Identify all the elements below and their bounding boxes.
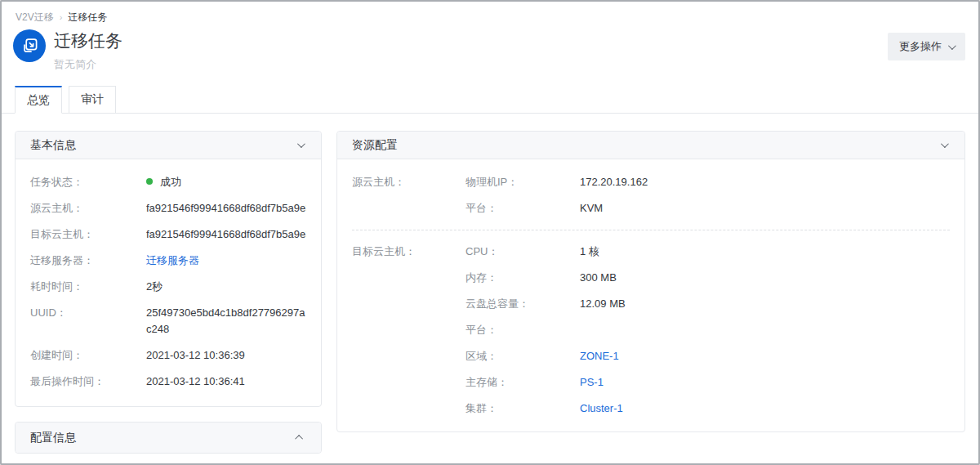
info-row: 最后操作时间：2021-03-12 10:36:41 xyxy=(30,373,306,390)
resource-group: 目标云主机：CPU：1 核内存：300 MB云盘总容量：12.09 MB平台：区… xyxy=(352,230,950,427)
chevron-up-icon xyxy=(295,435,303,443)
field-label: 云盘总容量： xyxy=(466,296,580,312)
panel-title: 基本信息 xyxy=(30,138,76,153)
status-dot xyxy=(146,178,153,185)
value-link[interactable]: PS-1 xyxy=(580,376,604,388)
tab-bar: 总览审计 xyxy=(2,86,978,114)
resource-group: 源云主机：物理机IP：172.20.19.162平台：KVM xyxy=(352,174,950,226)
field-value: 12.09 MB xyxy=(580,296,626,312)
left-column: 基本信息 任务状态：成功源云主机：fa921546f99941668df68df… xyxy=(15,131,322,454)
more-actions-label: 更多操作 xyxy=(899,39,942,54)
group-label: 目标云主机： xyxy=(352,244,466,427)
info-row: 平台： xyxy=(466,322,626,338)
info-row: 区域：ZONE-1 xyxy=(466,348,626,364)
field-label: 区域： xyxy=(466,348,580,364)
basic-info-panel: 基本信息 任务状态：成功源云主机：fa921546f99941668df68df… xyxy=(15,131,322,407)
migration-task-detail-page: V2V迁移›迁移任务 迁移任务 暂无简介 更多操作 总览审计 基本信息 xyxy=(0,0,980,465)
title-block: 迁移任务 暂无简介 xyxy=(54,29,122,72)
resource-config-body: 源云主机：物理机IP：172.20.19.162平台：KVM目标云主机：CPU：… xyxy=(337,159,964,431)
info-row: 任务状态：成功 xyxy=(30,174,306,190)
breadcrumb-separator: › xyxy=(60,12,63,22)
field-value: PS-1 xyxy=(580,374,604,391)
field-label: 创建时间： xyxy=(30,347,146,364)
value-link[interactable]: 迁移服务器 xyxy=(146,254,199,266)
field-value: 2021-03-12 10:36:41 xyxy=(146,373,306,390)
field-label: UUID： xyxy=(30,305,146,338)
value-link[interactable]: ZONE-1 xyxy=(580,350,619,362)
basic-info-panel-header[interactable]: 基本信息 xyxy=(16,132,321,159)
field-value: 172.20.19.162 xyxy=(580,174,648,190)
value-link[interactable]: Cluster-1 xyxy=(580,402,623,414)
info-row: 平台：KVM xyxy=(466,200,648,217)
info-row: 迁移服务器：迁移服务器 xyxy=(30,253,306,269)
group-rows: 物理机IP：172.20.19.162平台：KVM xyxy=(466,174,648,226)
info-row: 内存：300 MB xyxy=(466,270,626,286)
group-label: 源云主机： xyxy=(352,174,466,226)
status-text: 成功 xyxy=(160,176,181,188)
more-actions-button[interactable]: 更多操作 xyxy=(888,33,965,60)
field-value: ZONE-1 xyxy=(580,348,619,364)
chevron-down-icon xyxy=(941,140,949,148)
page-header: 迁移任务 暂无简介 更多操作 xyxy=(2,24,978,72)
field-label: 迁移服务器： xyxy=(30,253,146,269)
field-label: 内存： xyxy=(466,270,580,286)
basic-info-body: 任务状态：成功源云主机：fa921546f99941668df68df7b5a9… xyxy=(16,159,321,406)
migration-task-icon xyxy=(13,29,46,62)
config-info-panel-header[interactable]: 配置信息 xyxy=(16,423,321,453)
info-row: 耗时时间：2秒 xyxy=(30,279,306,295)
tab-总览[interactable]: 总览 xyxy=(15,86,62,114)
field-label: 物理机IP： xyxy=(466,174,580,190)
field-label: 目标云主机： xyxy=(30,226,146,243)
resource-config-panel-header[interactable]: 资源配置 xyxy=(337,132,964,159)
field-value: 1 核 xyxy=(580,244,599,260)
field-label: CPU： xyxy=(466,244,580,260)
info-row: 主存储：PS-1 xyxy=(466,374,626,391)
field-value: 2021-03-12 10:36:39 xyxy=(146,347,306,364)
tab-审计[interactable]: 审计 xyxy=(69,86,116,114)
field-label: 源云主机： xyxy=(30,200,146,217)
field-label: 平台： xyxy=(466,200,580,217)
info-row: 目标云主机：fa921546f99941668df68df7b5a9e3 xyxy=(30,226,306,243)
info-row: 源云主机：fa921546f99941668df68df7b5a9e3 xyxy=(30,200,306,217)
field-label: 最后操作时间： xyxy=(30,373,146,390)
field-label: 主存储： xyxy=(466,374,580,391)
field-label: 集群： xyxy=(466,400,580,417)
info-row: 集群：Cluster-1 xyxy=(466,400,626,417)
status-value: 成功 xyxy=(146,174,306,190)
content-area: 基本信息 任务状态：成功源云主机：fa921546f99941668df68df… xyxy=(2,114,978,454)
info-row: CPU：1 核 xyxy=(466,244,626,260)
info-row: 物理机IP：172.20.19.162 xyxy=(466,174,648,190)
breadcrumb-current: 迁移任务 xyxy=(68,11,107,23)
field-value: 25f49730e5bd4c1b8df27796297ac248 xyxy=(146,305,306,338)
field-value: fa921546f99941668df68df7b5a9e3 xyxy=(146,200,306,217)
group-rows: CPU：1 核内存：300 MB云盘总容量：12.09 MB平台：区域：ZONE… xyxy=(466,244,626,427)
field-value: fa921546f99941668df68df7b5a9e3 xyxy=(146,226,306,243)
field-value: 迁移服务器 xyxy=(146,253,306,269)
field-label: 平台： xyxy=(466,322,580,338)
page-title: 迁移任务 xyxy=(54,29,122,52)
field-value: 300 MB xyxy=(580,270,617,286)
breadcrumb-link[interactable]: V2V迁移 xyxy=(16,11,54,23)
config-info-panel: 配置信息 xyxy=(15,422,322,454)
page-subtitle: 暂无简介 xyxy=(54,57,122,72)
info-row: 云盘总容量：12.09 MB xyxy=(466,296,626,312)
chevron-down-icon xyxy=(297,140,305,148)
field-value: Cluster-1 xyxy=(580,400,623,417)
field-value: KVM xyxy=(580,200,603,217)
panel-title: 资源配置 xyxy=(352,138,398,153)
field-label: 耗时时间： xyxy=(30,279,146,295)
right-column: 资源配置 源云主机：物理机IP：172.20.19.162平台：KVM目标云主机… xyxy=(336,131,965,432)
field-label: 任务状态： xyxy=(30,174,146,190)
panel-title: 配置信息 xyxy=(30,431,76,445)
info-row: UUID：25f49730e5bd4c1b8df27796297ac248 xyxy=(30,305,306,338)
chevron-down-icon xyxy=(948,42,956,50)
breadcrumb: V2V迁移›迁移任务 xyxy=(2,2,978,24)
info-row: 创建时间：2021-03-12 10:36:39 xyxy=(30,347,306,364)
resource-config-panel: 资源配置 源云主机：物理机IP：172.20.19.162平台：KVM目标云主机… xyxy=(336,131,965,432)
field-value: 2秒 xyxy=(146,279,306,295)
